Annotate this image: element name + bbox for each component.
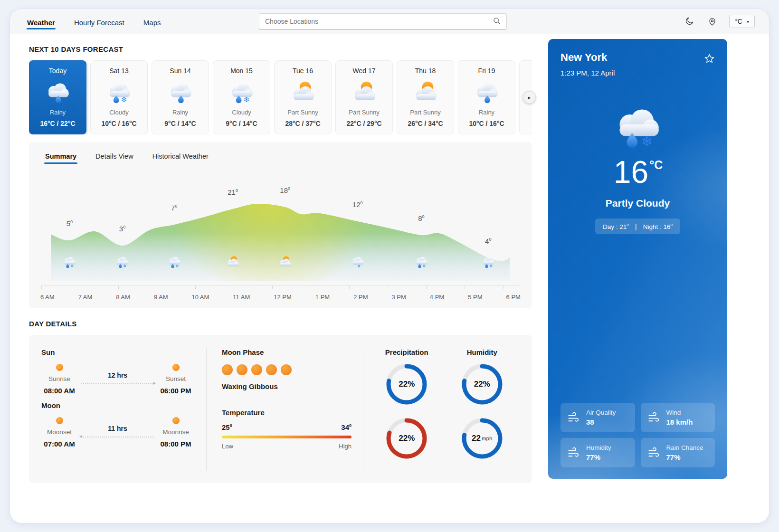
rain-snow-icon: ❄ bbox=[167, 256, 182, 269]
moon-phase-name: Waxing Gibbous bbox=[222, 382, 352, 390]
sunset-label: Sunset bbox=[166, 375, 186, 382]
day-name: Mon 15 bbox=[230, 67, 253, 75]
svg-text:❄: ❄ bbox=[357, 264, 361, 268]
time-tick-label: 9 AM bbox=[154, 294, 168, 301]
tile-label: Air Quality bbox=[586, 409, 616, 416]
day-condition: Rainy bbox=[172, 109, 188, 116]
tab-summary[interactable]: Summary bbox=[44, 150, 77, 165]
day-condition: Part Sunny bbox=[287, 109, 318, 116]
day-card-sat-13[interactable]: Sat 13 ❄Cloudy10°C / 16°C bbox=[90, 60, 148, 134]
day-card-sun-14[interactable]: Sun 14 Rainy9°C / 14°C bbox=[152, 60, 209, 134]
day-card-mon-15[interactable]: Mon 15 ❄Cloudy9°C / 14°C bbox=[213, 60, 270, 134]
day-card-wed-17[interactable]: Wed 17 Part Sunny22°C / 29°C bbox=[335, 60, 393, 134]
summary-panel: Summary Details View Historical Weather … bbox=[29, 142, 532, 308]
chart-weather-icon: ❄ bbox=[62, 256, 77, 271]
moonset-time: 07:00 AM bbox=[44, 440, 75, 448]
current-location-card: New York 1:23 PM, 12 April ❄ 16°C bbox=[548, 39, 727, 479]
day-night-pill: Day : 210 | Night : 160 bbox=[595, 218, 680, 234]
left-column: NEXT 10 DAYS FORECAST Today Rainy16°C / … bbox=[29, 34, 532, 483]
location-pin-icon[interactable] bbox=[706, 16, 718, 27]
svg-text:❄: ❄ bbox=[121, 95, 127, 104]
chart-weather-icon bbox=[277, 256, 293, 271]
day-card-today[interactable]: Today Rainy16°C / 22°C bbox=[29, 60, 86, 134]
tab-maps[interactable]: Maps bbox=[142, 11, 162, 32]
tile-value: 18 km/h bbox=[666, 418, 693, 426]
day-name: Wed 17 bbox=[353, 67, 376, 75]
day-card-tue-16[interactable]: Tue 16 Part Sunny28°C / 37°C bbox=[274, 60, 332, 134]
moonset-block: Moonset 07:00 AM bbox=[41, 417, 77, 448]
city-name: New York bbox=[560, 51, 615, 64]
wind-icon bbox=[567, 446, 580, 459]
day-details-card: Sun Sunrise 08:00 AM 12 hrs bbox=[29, 335, 532, 483]
day-card-thu-18[interactable]: Thu 18 Part Sunny26°C / 34°C bbox=[397, 60, 454, 134]
time-tick-label: 1 PM bbox=[315, 294, 330, 301]
cloud-snow-icon: ❄ bbox=[350, 256, 365, 269]
tab-weather[interactable]: Weather bbox=[26, 11, 56, 32]
day-name: Fri 19 bbox=[478, 67, 495, 75]
tile-value: 38 bbox=[586, 418, 616, 426]
day-name: Sun 14 bbox=[170, 67, 190, 75]
sun-cloud-icon bbox=[277, 256, 293, 269]
tile-label: Rain Chance bbox=[666, 444, 703, 451]
time-tick-label: 2 PM bbox=[353, 294, 368, 301]
tab-hourly-forecast[interactable]: Hourly Forecast bbox=[73, 11, 125, 32]
day-name: Today bbox=[49, 67, 66, 75]
tile-wind[interactable]: Wind 18 km/h bbox=[641, 403, 715, 432]
time-tick-label: 12 PM bbox=[274, 294, 292, 301]
day-condition: Cloudy bbox=[232, 109, 251, 116]
tab-details-view[interactable]: Details View bbox=[95, 150, 134, 165]
svg-text:❄: ❄ bbox=[489, 264, 493, 268]
favorite-star-icon[interactable] bbox=[704, 53, 715, 66]
rings-column: Precipitation 22% Humidity 22% 22% bbox=[364, 348, 520, 471]
svg-text:❄: ❄ bbox=[70, 264, 74, 268]
day-temps: 10°C / 16°C bbox=[101, 120, 136, 127]
tile-humidity[interactable]: Humidity 77% bbox=[560, 438, 635, 467]
sun-cloud-icon bbox=[412, 81, 439, 105]
right-column: New York 1:23 PM, 12 April ❄ 16°C bbox=[548, 34, 727, 483]
day-temps: 9°C / 14°C bbox=[164, 120, 196, 127]
sun-duration-label: 12 hrs bbox=[108, 371, 127, 379]
search-input[interactable] bbox=[265, 18, 493, 25]
unit-selector[interactable]: °C ▾ bbox=[729, 15, 755, 28]
day-card-fri-19[interactable]: Fri 19 Rainy10°C / 16°C bbox=[458, 60, 515, 134]
moon-phase-column: Moon Phase Waxing Gibbous Temperature 25… bbox=[207, 348, 364, 471]
rain-snow-icon: ❄ bbox=[611, 104, 665, 151]
time-tick-label: 10 AM bbox=[192, 294, 209, 301]
temp-high-value: 340 bbox=[341, 423, 352, 431]
time-tick-label: 4 PM bbox=[430, 294, 444, 301]
tile-air-quality[interactable]: Air Quality 38 bbox=[560, 403, 635, 432]
next-days-button[interactable]: ▸ bbox=[523, 91, 536, 104]
chart-weather-icon bbox=[225, 256, 240, 271]
moon-phase-title: Moon Phase bbox=[222, 348, 352, 356]
day-temps: 16°C / 22°C bbox=[40, 120, 75, 127]
time-tick-label: 7 AM bbox=[78, 294, 93, 301]
sun-cloud-icon bbox=[225, 256, 240, 269]
theme-moon-icon[interactable] bbox=[684, 16, 695, 27]
tile-rain-chance[interactable]: Rain Chance 77% bbox=[641, 438, 715, 467]
tab-historical-weather[interactable]: Historical Weather bbox=[152, 150, 209, 165]
time-tick-label: 8 AM bbox=[116, 294, 130, 301]
day-details-section-title: DAY DETAILS bbox=[29, 320, 532, 328]
location-search[interactable] bbox=[259, 13, 507, 29]
sun-arc-line bbox=[81, 383, 154, 384]
day-name: Thu 18 bbox=[415, 67, 436, 75]
time-tick-label: 6 AM bbox=[40, 294, 55, 301]
metric-tiles: Air Quality 38 Wind 18 km/h Humidity 77%… bbox=[560, 403, 715, 467]
wind-icon bbox=[567, 411, 580, 424]
sun-cloud-icon bbox=[289, 81, 317, 105]
forecast-strip: Today Rainy16°C / 22°CSat 13 ❄Cloudy10°C… bbox=[29, 60, 532, 134]
chart-temp-label: 30 bbox=[119, 225, 125, 233]
chart-temp-label: 50 bbox=[66, 219, 73, 228]
sunrise-sunset-row: Sunrise 08:00 AM 12 hrs Sunset 06:00 PM bbox=[41, 364, 194, 395]
tile-value: 77% bbox=[586, 453, 611, 461]
sun-moon-column: Sun Sunrise 08:00 AM 12 hrs bbox=[41, 348, 207, 471]
moon-duration: 11 hrs bbox=[77, 417, 158, 448]
day-temps: 26°C / 34°C bbox=[408, 120, 443, 127]
sunrise-time: 08:00 AM bbox=[44, 387, 75, 395]
time-tick-label: 3 PM bbox=[392, 294, 406, 301]
rain-icon bbox=[473, 81, 501, 105]
chart-temp-label: 210 bbox=[228, 188, 238, 196]
chart-temp-label: 180 bbox=[280, 186, 290, 194]
day-temps: 10°C / 16°C bbox=[469, 120, 504, 127]
current-weather-icon: ❄ bbox=[611, 104, 665, 151]
